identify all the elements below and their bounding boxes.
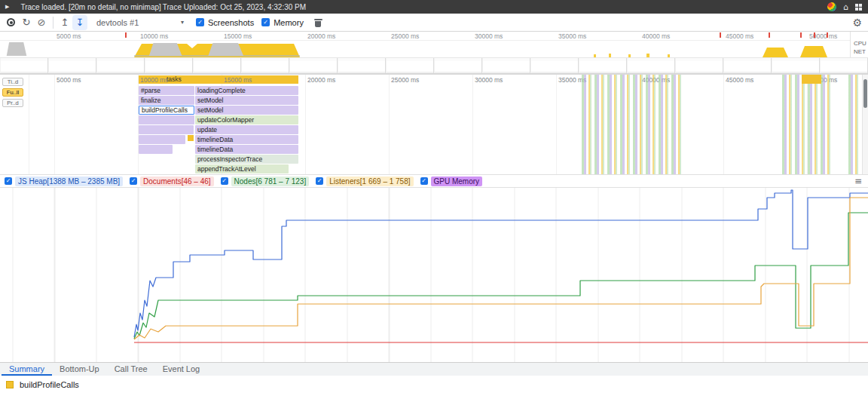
ruler-tick: 15000 ms: [224, 76, 252, 84]
ruler-tick: 20000 ms: [307, 76, 335, 84]
performance-toolbar: ↻ ⊘ ↥ ↧ devtools #1 ▾ ✓ Screenshots ✓ Me…: [0, 14, 868, 32]
tab-call-tree[interactable]: Call Tree: [107, 363, 155, 376]
flame-scrollbar-thumb[interactable]: [863, 79, 867, 108]
legend-item-gpu-memory[interactable]: ✓ GPU Memory: [420, 177, 483, 186]
long-task-marker: [720, 32, 721, 38]
memory-counters-chart[interactable]: [0, 188, 868, 362]
tab-bottom-up[interactable]: Bottom-Up: [52, 363, 107, 376]
flame-event[interactable]: updateColorMapper: [195, 115, 298, 124]
flame-event[interactable]: update: [195, 125, 298, 134]
documents-checkbox[interactable]: ✓: [130, 177, 137, 185]
clear-button[interactable]: ⊘: [34, 15, 49, 30]
flame-gridlines: [0, 75, 862, 175]
track-chip-process[interactable]: Pr..d: [2, 99, 23, 107]
memory-series-js-heap: [134, 190, 868, 337]
listeners-checkbox[interactable]: ✓: [316, 177, 323, 185]
ruler-tick: 25000 ms: [391, 76, 419, 84]
ruler-tick: 10000 ms: [140, 32, 168, 40]
history-select[interactable]: devtools #1 ▾: [96, 18, 188, 27]
screenshots-checkbox[interactable]: ✓: [196, 18, 204, 26]
flame-event[interactable]: loadingComplete: [195, 86, 298, 95]
nodes-checkbox[interactable]: ✓: [221, 177, 228, 185]
legend-item-documents[interactable]: ✓ Documents[46 – 46]: [130, 177, 214, 186]
js-heap-checkbox[interactable]: ✓: [5, 177, 12, 185]
ruler-tick: 15000 ms: [224, 32, 252, 40]
toolbar-divider: [53, 17, 53, 29]
record-button[interactable]: [7, 18, 15, 26]
flame-event[interactable]: [139, 135, 185, 144]
ruler-tick: 5000 ms: [57, 76, 81, 84]
settings-gear-button[interactable]: ⚙: [852, 17, 862, 29]
trace-uploaded-text: Trace Uploaded: Oct 25, 2023, 4:32:30 PM: [163, 3, 306, 11]
flame-event[interactable]: processInspectorTrace: [195, 155, 298, 164]
trace-status-bar: ▶ Trace loaded. [20m no detail, no minim…: [0, 0, 868, 14]
memory-toggle[interactable]: ✓ Memory: [261, 18, 304, 27]
overview-ruler: 5000 ms 10000 ms 15000 ms 20000 ms 25000…: [0, 32, 850, 41]
flame-event[interactable]: #parse: [139, 86, 194, 95]
activity-cluster[interactable]: [782, 75, 833, 175]
ruler-tick: 45000 ms: [726, 32, 753, 40]
long-task-marker: [800, 32, 802, 38]
tab-event-log[interactable]: Event Log: [155, 363, 208, 376]
ruler-tick: 5000 ms: [57, 32, 81, 40]
long-task-marker: [814, 32, 815, 38]
home-icon[interactable]: ⌂: [843, 3, 848, 11]
flame-event[interactable]: finalize: [139, 96, 194, 105]
history-selected-value: devtools #1: [96, 18, 139, 27]
flame-event[interactable]: setModel: [195, 96, 298, 105]
net-track-label: NET: [854, 48, 866, 55]
long-task-marker: [827, 32, 828, 38]
flame-chart[interactable]: Ti..d Fu..ll Pr..d tasks 5000 ms 10000 m…: [0, 74, 868, 174]
overview-gutter: CPU NET: [850, 32, 868, 57]
avatar[interactable]: [827, 2, 836, 11]
reload-and-record-button[interactable]: ↻: [19, 15, 34, 30]
details-tabbar: Summary Bottom-Up Call Tree Event Log: [0, 362, 868, 376]
js-heap-label: JS Heap[1388 MB – 2385 MB]: [15, 177, 123, 186]
ruler-tick: 25000 ms: [391, 32, 419, 40]
track-chip-timings[interactable]: Ti..d: [2, 78, 23, 86]
screenshots-label: Screenshots: [208, 18, 254, 27]
flame-event[interactable]: appendTrackAtLevel: [195, 164, 289, 173]
nodes-label: Nodes[6 781 – 7 123]: [231, 177, 310, 186]
download-profile-button[interactable]: ↧: [72, 15, 87, 30]
flame-event-small[interactable]: [188, 135, 194, 141]
flame-event[interactable]: [139, 115, 194, 124]
event-color-swatch: [6, 381, 14, 388]
memory-counters-legend: ✓ JS Heap[1388 MB – 2385 MB] ✓ Documents…: [0, 174, 868, 188]
legend-item-js-heap[interactable]: ✓ JS Heap[1388 MB – 2385 MB]: [5, 177, 123, 186]
documents-label: Documents[46 – 46]: [140, 177, 214, 186]
flame-event[interactable]: timelineData: [195, 135, 298, 144]
track-chip-selected[interactable]: Fu..ll: [2, 88, 23, 97]
memory-checkbox[interactable]: ✓: [261, 18, 270, 26]
legend-item-nodes[interactable]: ✓ Nodes[6 781 – 7 123]: [221, 177, 310, 186]
activity-cluster[interactable]: [848, 75, 861, 175]
trace-status-text: Trace loaded. [20m no detail, no minimap…: [20, 3, 160, 11]
cpu-activity-graph: [0, 41, 850, 57]
ruler-tick: 30000 ms: [475, 76, 503, 84]
tab-summary[interactable]: Summary: [2, 363, 52, 376]
ruler-tick: 45000 ms: [726, 76, 753, 84]
chevron-down-icon: ▾: [181, 19, 184, 26]
expand-arrow-icon[interactable]: ▶: [5, 4, 9, 10]
cpu-overview-band[interactable]: [0, 41, 850, 57]
legend-item-listeners[interactable]: ✓ Listeners[1 669 – 1 758]: [316, 177, 413, 186]
listeners-label: Listeners[1 669 – 1 758]: [326, 177, 413, 186]
screenshots-toggle[interactable]: ✓ Screenshots: [196, 18, 254, 27]
collect-garbage-button[interactable]: [314, 18, 322, 27]
apps-grid-icon[interactable]: [855, 4, 862, 11]
ruler-tick: 40000 ms: [642, 32, 670, 40]
flame-event[interactable]: [139, 125, 194, 134]
activity-cluster[interactable]: [582, 75, 683, 175]
legend-menu-icon[interactable]: ≡: [854, 176, 862, 186]
selected-event-name: buildProfileCalls: [20, 380, 79, 389]
flame-event[interactable]: timelineData: [195, 145, 298, 154]
memory-label: Memory: [274, 18, 304, 27]
flame-event-selected[interactable]: buildProfileCalls: [139, 106, 194, 115]
flame-event[interactable]: [139, 145, 173, 154]
flame-event[interactable]: setModel: [195, 106, 298, 115]
flame-event-task[interactable]: [802, 75, 821, 84]
upload-profile-button[interactable]: ↥: [57, 15, 72, 30]
cpu-track-label: CPU: [854, 40, 866, 47]
screenshot-filmstrip[interactable]: [0, 57, 868, 74]
gpu-memory-checkbox[interactable]: ✓: [420, 177, 428, 185]
